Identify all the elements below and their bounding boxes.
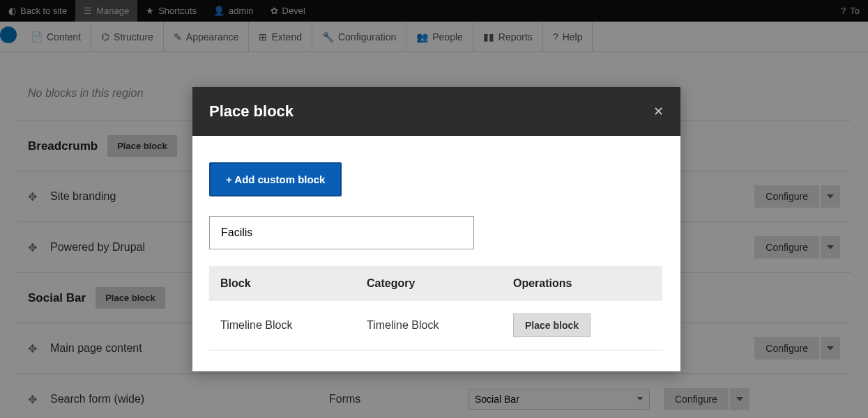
col-block: Block [220, 277, 367, 290]
add-custom-block-button[interactable]: + Add custom block [209, 162, 342, 196]
block-table: Block Category Operations Timeline Block… [209, 266, 662, 350]
dialog-title: Place block [209, 102, 294, 121]
dialog-body: + Add custom block Block Category Operat… [192, 136, 680, 371]
place-block-button[interactable]: Place block [513, 314, 591, 337]
place-block-dialog: Place block ✕ + Add custom block Block C… [192, 87, 680, 371]
dialog-header: Place block ✕ [192, 87, 680, 136]
table-header: Block Category Operations [209, 266, 662, 301]
filter-input[interactable] [209, 216, 474, 249]
col-category: Category [367, 277, 513, 290]
table-row: Timeline Block Timeline Block Place bloc… [209, 301, 662, 350]
row-block-name: Timeline Block [220, 319, 367, 332]
row-category: Timeline Block [367, 319, 513, 332]
col-operations: Operations [513, 277, 651, 290]
close-icon[interactable]: ✕ [653, 104, 664, 119]
